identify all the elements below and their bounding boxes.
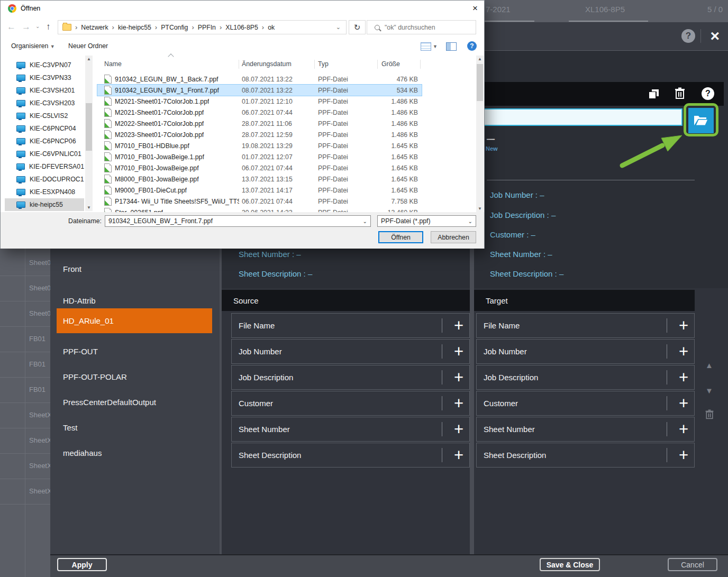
target-row-sheet-description[interactable]: Sheet Description + bbox=[476, 443, 695, 468]
breadcrumb-ppfin[interactable]: PPFIn bbox=[198, 24, 216, 31]
close-icon[interactable]: × bbox=[710, 29, 720, 43]
target-title: Target bbox=[486, 296, 508, 305]
move-up-icon[interactable]: ▲ bbox=[705, 361, 713, 370]
rule-item[interactable]: PPF-OUT-POLAR bbox=[63, 372, 127, 383]
address-dropdown-icon[interactable]: ⌄ bbox=[336, 24, 341, 31]
new-item-label[interactable]: New bbox=[486, 145, 498, 152]
view-list-icon[interactable] bbox=[421, 42, 431, 51]
file-row[interactable]: M7010_FB01-JowaBeige.1.ppf 01.07.2021 12… bbox=[97, 151, 422, 162]
add-icon[interactable]: + bbox=[454, 448, 463, 463]
forward-icon[interactable]: → bbox=[22, 22, 31, 31]
file-row[interactable]: M9000_FB01-DieCut.ppf 13.07.2021 14:17PP… bbox=[97, 185, 422, 196]
dialog-help-icon[interactable]: ? bbox=[467, 41, 477, 51]
address-bar[interactable]: › Netzwerk › kie-heipc55 › PTConfig › PP… bbox=[58, 20, 347, 34]
dialog-titlebar[interactable]: Öffnen × bbox=[1, 1, 484, 16]
breadcrumb-ok[interactable]: ok bbox=[268, 24, 275, 31]
back-icon[interactable]: ← bbox=[7, 22, 16, 31]
target-row-file-name[interactable]: File Name + bbox=[476, 313, 695, 338]
file-row[interactable]: M7010_FB01-HDBlue.ppf 19.08.2021 13:29PP… bbox=[97, 140, 422, 151]
scroll-up-icon[interactable]: ▲ bbox=[476, 57, 484, 61]
scrollbar-thumb[interactable] bbox=[477, 64, 483, 101]
breadcrumb-ptconfig[interactable]: PTConfig bbox=[161, 24, 188, 31]
help-icon[interactable]: ? bbox=[681, 29, 695, 43]
add-icon[interactable]: + bbox=[454, 344, 463, 359]
target-row-job-number[interactable]: Job Number + bbox=[476, 339, 695, 364]
apply-button[interactable]: Apply bbox=[57, 558, 107, 571]
file-list-scrollbar[interactable]: ▲ ▼ bbox=[476, 56, 484, 212]
open-folder-button[interactable] bbox=[688, 108, 714, 133]
add-icon[interactable]: + bbox=[679, 318, 688, 333]
add-icon[interactable]: + bbox=[454, 370, 463, 385]
refresh-icon[interactable]: ↻ bbox=[349, 20, 366, 34]
add-icon[interactable]: + bbox=[454, 422, 463, 437]
sort-ascending-icon bbox=[168, 53, 174, 59]
column-header-size[interactable]: Größe bbox=[381, 58, 400, 70]
file-row-selected[interactable]: 910342_LEGUN_BW_1_Front.7.ppf 08.07.2021… bbox=[97, 85, 422, 96]
duplicate-icon[interactable] bbox=[648, 88, 660, 100]
column-header-name[interactable]: Name bbox=[104, 58, 122, 70]
file-row[interactable]: P17344- Wii_U Title Sheets!SF5_WiiU_TTS_… bbox=[97, 196, 422, 207]
file-row[interactable]: 910342_LEGUN_BW_1_Back.7.ppf 08.07.2021 … bbox=[97, 74, 422, 85]
recent-locations-icon[interactable]: ⌄ bbox=[35, 23, 40, 29]
help-icon[interactable]: ? bbox=[702, 87, 714, 100]
chevron-down-icon[interactable]: ⌄ bbox=[363, 218, 367, 224]
view-dropdown-icon[interactable]: ▼ bbox=[433, 44, 438, 49]
save-close-button[interactable]: Save & Close bbox=[540, 558, 600, 571]
scroll-up-icon[interactable]: ▲ bbox=[85, 57, 93, 61]
up-icon[interactable]: ↑ bbox=[46, 22, 51, 31]
file-row[interactable]: M2023-Sheet01-7ColorJob.ppf 28.07.2021 1… bbox=[97, 129, 422, 140]
filename-input[interactable]: 910342_LEGUN_BW_1_Front.7.ppf ⌄ bbox=[105, 215, 371, 227]
breadcrumb-xl106-8p5[interactable]: XL106-8P5 bbox=[225, 24, 258, 31]
file-row[interactable]: M8000_FB01-JowaBeige.ppf 13.07.2021 13:1… bbox=[97, 173, 422, 185]
rule-name-input[interactable] bbox=[474, 108, 683, 126]
file-row[interactable]: Star_003651.ppf 30.06.2021 14:33PPF-Date… bbox=[97, 207, 422, 212]
source-row-file-name[interactable]: File Name + bbox=[231, 313, 470, 338]
sidebar-item[interactable]: KIE-C3VPN07 bbox=[5, 59, 84, 71]
rule-item[interactable]: Front bbox=[63, 264, 81, 275]
source-row-sheet-description[interactable]: Sheet Description + bbox=[231, 443, 470, 468]
source-row-job-description[interactable]: Job Description + bbox=[231, 365, 470, 390]
file-row[interactable]: M2022-Sheet01-7ColorJob.ppf 28.07.2021 1… bbox=[97, 118, 422, 129]
delete-icon[interactable] bbox=[674, 87, 686, 100]
add-icon[interactable]: + bbox=[679, 370, 688, 385]
breadcrumb-netzwerk[interactable]: Netzwerk bbox=[81, 24, 108, 31]
rule-item[interactable]: PressCenterDefaultOutput bbox=[63, 398, 156, 408]
add-icon[interactable]: + bbox=[454, 318, 463, 333]
source-row-job-number[interactable]: Job Number + bbox=[231, 339, 470, 364]
rule-item[interactable]: HD-Attrib bbox=[63, 296, 96, 307]
target-row-sheet-number[interactable]: Sheet Number + bbox=[476, 417, 695, 442]
source-row-customer[interactable]: Customer + bbox=[231, 391, 470, 416]
dialog-cancel-button[interactable]: Abbrechen bbox=[431, 231, 476, 243]
scroll-down-icon[interactable]: ▼ bbox=[476, 206, 484, 211]
preview-pane-icon[interactable] bbox=[446, 42, 457, 51]
file-row[interactable]: M7010_FB01-JowaBeige.ppf 06.07.2021 07:4… bbox=[97, 162, 422, 173]
column-header-date[interactable]: Änderungsdatum bbox=[242, 58, 292, 70]
target-row-customer[interactable]: Customer + bbox=[476, 391, 695, 416]
dialog-close-icon[interactable]: × bbox=[472, 3, 478, 14]
breadcrumb-kie-heipc55[interactable]: kie-heipc55 bbox=[118, 24, 151, 31]
rule-item[interactable]: Test bbox=[63, 423, 78, 434]
rule-item[interactable]: PPF-OUT bbox=[63, 347, 98, 358]
target-row-job-description[interactable]: Job Description + bbox=[476, 365, 695, 390]
file-row[interactable]: M2021-Sheet01-7ColorJob.1.ppf 01.07.2021… bbox=[97, 96, 422, 107]
source-row-sheet-number[interactable]: Sheet Number + bbox=[231, 417, 470, 442]
open-button[interactable]: Öffnen bbox=[378, 231, 423, 243]
add-icon[interactable]: + bbox=[679, 448, 688, 463]
rule-item-selected[interactable]: HD_ARule_01 bbox=[57, 308, 212, 333]
add-icon[interactable]: + bbox=[679, 422, 688, 437]
file-row[interactable]: M2021-Sheet01-7ColorJob.ppf 06.07.2021 0… bbox=[97, 107, 422, 118]
add-icon[interactable]: + bbox=[679, 396, 688, 411]
add-icon[interactable]: + bbox=[679, 344, 688, 359]
search-box[interactable]: "ok" durchsuchen bbox=[367, 20, 476, 34]
filetype-select[interactable]: PPF-Datei (*.ppf) ⌄ bbox=[377, 215, 476, 227]
organize-menu[interactable]: Organisieren ▼ bbox=[11, 42, 55, 50]
delete-row-icon[interactable] bbox=[705, 409, 714, 420]
cancel-button[interactable]: Cancel bbox=[668, 558, 717, 571]
chevron-down-icon[interactable]: ⌄ bbox=[468, 218, 472, 224]
column-header-type[interactable]: Typ bbox=[318, 58, 329, 70]
add-icon[interactable]: + bbox=[454, 396, 463, 411]
move-down-icon[interactable]: ▼ bbox=[705, 386, 713, 395]
bg-row-label: FB01 bbox=[29, 360, 50, 368]
new-folder-button[interactable]: Neuer Ordner bbox=[68, 42, 108, 50]
rule-item[interactable]: mediahaus bbox=[63, 448, 102, 459]
